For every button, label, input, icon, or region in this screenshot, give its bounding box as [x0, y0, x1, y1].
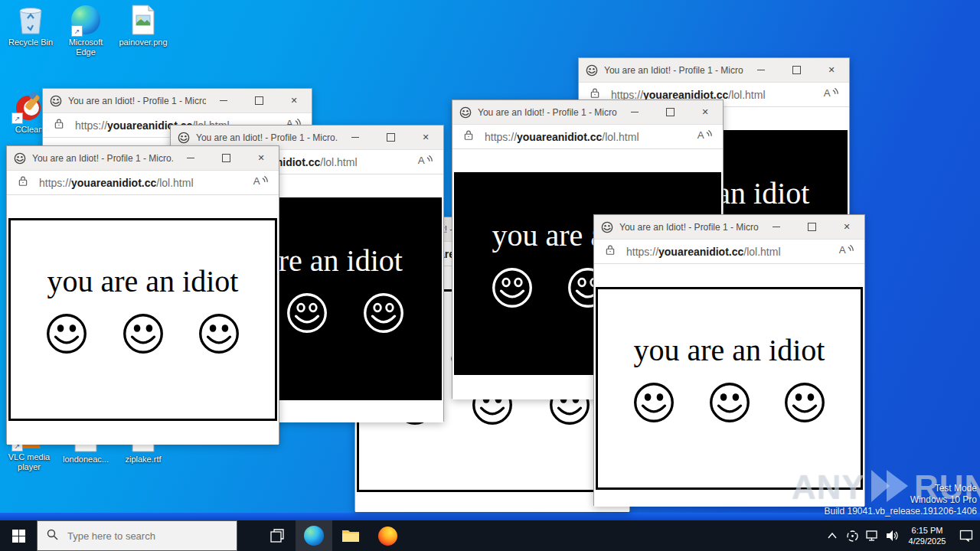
chevron-up-icon: [828, 533, 837, 539]
search-input[interactable]: [66, 530, 222, 543]
close-button[interactable]: ✕: [688, 100, 723, 124]
desktop-icon-painover[interactable]: painover.png: [119, 5, 168, 47]
url-text: https://youareanidiot.cc/lol.html: [485, 131, 697, 143]
lock-icon: [54, 118, 66, 133]
desktop-icon-ms-edge[interactable]: ↗ Microsoft Edge: [61, 5, 110, 57]
smiley-face-icon: [45, 312, 88, 355]
close-button[interactable]: ✕: [408, 126, 443, 149]
address-bar[interactable]: https://youareanidiot.cc/lol.html A: [7, 171, 279, 195]
action-center-icon: [959, 530, 973, 542]
window-titlebar[interactable]: You are an Idiot! - Profile 1 - Micro...…: [579, 58, 849, 83]
minimize-button[interactable]: [759, 215, 794, 239]
read-aloud-icon[interactable]: A: [838, 243, 854, 259]
tray-clock[interactable]: 6:15 PM 4/29/2025: [902, 520, 952, 551]
system-tray: 6:15 PM 4/29/2025: [822, 520, 980, 551]
desktop-icon-recycle-bin[interactable]: Recycle Bin: [6, 5, 55, 47]
window-title: You are an Idiot! - Profile 1 - Micro...: [32, 153, 173, 164]
close-button[interactable]: ✕: [243, 146, 279, 170]
url-text: https://youareanidiot.cc/lol.html: [626, 246, 838, 258]
close-button[interactable]: ✕: [814, 58, 849, 82]
firefox-icon: [378, 527, 397, 546]
desktop-icon-label: VLC media player: [5, 452, 54, 472]
desktop-icon-label: ziplake.rtf: [125, 455, 161, 465]
tray-volume-button[interactable]: [882, 520, 902, 551]
read-aloud-icon[interactable]: A: [823, 86, 838, 103]
window-titlebar[interactable]: You are an Idiot! - Profile 1 - Micro...…: [7, 146, 279, 171]
maximize-button[interactable]: [208, 146, 243, 170]
recycle-bin-icon: [15, 5, 47, 35]
svg-text:A: A: [824, 88, 831, 99]
smiley-face-icon: [122, 312, 165, 355]
read-aloud-icon[interactable]: A: [697, 129, 712, 145]
smiley-favicon-icon: [586, 64, 598, 77]
smiley-face-icon: [632, 381, 675, 424]
lock-icon: [463, 129, 475, 145]
desktop-icon-label: londoneac...: [63, 455, 109, 465]
address-bar[interactable]: https://youareanidiot.cc/lol.html A: [594, 240, 864, 264]
maximize-button[interactable]: [241, 89, 276, 112]
network-ethernet-icon: [865, 530, 880, 542]
smiley-face-icon: [286, 292, 328, 334]
window-title: You are an Idiot! - Profile 1 - Micro...: [478, 107, 617, 118]
ccleaner-icon: ↗: [13, 92, 45, 122]
smiley-row: [598, 381, 861, 424]
taskbar: 6:15 PM 4/29/2025: [0, 520, 980, 551]
edge-window-f: You are an Idiot! - Profile 1 - Micro...…: [593, 214, 865, 506]
taskbar-explorer-button[interactable]: [332, 520, 369, 551]
maximize-button[interactable]: [373, 126, 408, 149]
desktop-icon-label: Recycle Bin: [8, 37, 53, 47]
minimize-button[interactable]: [617, 100, 652, 124]
close-button[interactable]: ✕: [276, 89, 312, 112]
smiley-favicon-icon: [178, 132, 190, 144]
task-view-icon: [270, 529, 284, 543]
agent-circle-icon: [846, 530, 859, 543]
minimize-button[interactable]: [338, 126, 373, 149]
desktop-icon-label: CClean: [15, 125, 44, 135]
action-center-button[interactable]: [952, 520, 980, 551]
file-explorer-icon: [341, 528, 360, 543]
lock-icon: [18, 175, 30, 191]
anyrun-brand-right: RUN: [914, 468, 980, 507]
svg-text:A: A: [253, 176, 260, 187]
search-icon: [47, 529, 58, 543]
window-titlebar[interactable]: You are an Idiot! - Profile 1 - Micro...…: [452, 100, 723, 125]
desktop-icon-label: painover.png: [119, 37, 168, 47]
tray-show-hidden-icons[interactable]: [822, 520, 842, 551]
edge-icon: [304, 526, 324, 546]
speaker-icon: [885, 530, 900, 542]
edge-window-b: You are an Idiot! - Profile 1 - Micro...…: [6, 145, 279, 444]
window-title: You are an Idiot! - Profile 1 - Micro...: [619, 222, 759, 233]
read-aloud-icon[interactable]: A: [417, 154, 433, 170]
clock-time: 6:15 PM: [912, 525, 943, 536]
smiley-favicon-icon: [50, 95, 62, 107]
window-titlebar[interactable]: You are an Idiot! - Profile 1 - Micro...…: [594, 215, 864, 240]
url-text: https://youareanidiot.cc/lol.html: [39, 177, 253, 189]
idiot-box: you are an idiot: [8, 218, 277, 421]
image-file-icon: [127, 5, 159, 35]
taskbar-firefox-button[interactable]: [369, 520, 406, 551]
minimize-button[interactable]: [743, 58, 779, 82]
taskbar-search[interactable]: [37, 520, 237, 551]
minimize-button[interactable]: [173, 146, 208, 170]
address-bar[interactable]: https://youareanidiot.cc/lol.html A: [452, 125, 723, 149]
lock-icon: [605, 244, 617, 259]
maximize-button[interactable]: [794, 215, 829, 239]
window-titlebar[interactable]: You are an Idiot! - Profile 1 - Micro...…: [43, 89, 312, 113]
task-view-button[interactable]: [259, 520, 296, 551]
desktop-bottom-band: [0, 513, 980, 520]
minimize-button[interactable]: [206, 89, 241, 112]
clock-date: 4/29/2025: [909, 536, 946, 546]
window-title: You are an Idiot! - Profile 1 - Micro...: [196, 132, 338, 143]
maximize-button[interactable]: [652, 100, 688, 124]
page-content: you are an idiot: [7, 195, 279, 445]
tray-network-button[interactable]: [862, 520, 882, 551]
desktop-icon-label: Microsoft Edge: [61, 37, 110, 57]
close-button[interactable]: ✕: [829, 215, 864, 239]
tray-agent-button[interactable]: [842, 520, 862, 551]
svg-text:A: A: [839, 245, 846, 256]
smiley-row: [11, 312, 275, 355]
maximize-button[interactable]: [779, 58, 814, 82]
read-aloud-icon[interactable]: A: [253, 174, 268, 191]
taskbar-edge-button[interactable]: [296, 520, 332, 551]
start-button[interactable]: [0, 520, 37, 551]
